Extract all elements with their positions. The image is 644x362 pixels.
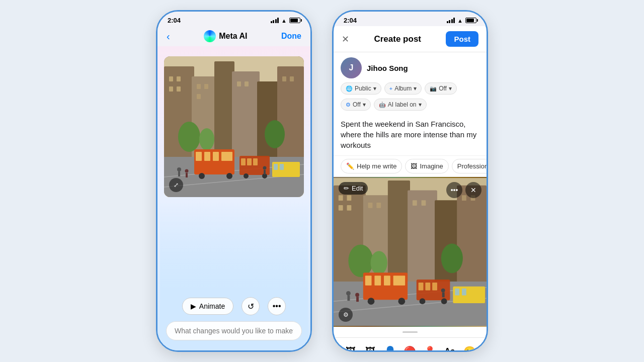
watermark-icon: ⚙ [339,308,353,322]
post-options-row2: ⚙ Off ▾ 🤖 AI label on ▾ [341,99,479,111]
svg-rect-79 [432,283,437,291]
svg-rect-25 [196,152,202,161]
post-text: Spent the weekend in San Francisco, wher… [334,116,487,155]
status-bar-phone2: 2:04 ▲ [334,12,487,26]
svg-point-44 [263,166,267,170]
help-me-write-button[interactable]: ✏️ Help me write [341,159,402,173]
svg-point-85 [346,291,351,296]
professional-button[interactable]: Professional [452,159,487,173]
svg-point-20 [199,128,214,150]
tag-people-icon[interactable]: 👤 [382,343,399,352]
action-buttons-row: ▶ Animate ↺ ••• [182,297,286,315]
refresh-button[interactable]: ↺ [242,297,260,315]
signal-icon-p2 [447,18,455,23]
meta-ai-logo-icon [204,30,216,42]
post-options-row1: 🌐 Public ▾ + Album ▾ 📷 Off ▾ [341,82,479,95]
svg-rect-58 [376,203,381,208]
settings-chevron-icon: ▾ [363,101,366,108]
more-icon: ••• [273,302,281,311]
animate-button[interactable]: ▶ Animate [182,298,233,315]
post-button[interactable]: Post [446,31,478,47]
create-post-title: Create post [374,34,421,44]
svg-rect-72 [384,276,390,286]
album-option[interactable]: + Album ▾ [384,82,422,95]
svg-point-74 [368,298,375,305]
svg-rect-15 [245,81,249,86]
svg-point-30 [226,173,232,179]
camera-off-option[interactable]: 📷 Off ▾ [425,82,457,95]
svg-rect-45 [264,170,266,174]
time-phone2: 2:04 [344,17,357,24]
svg-point-29 [199,173,205,179]
ai-label-option[interactable]: 🤖 AI label on ▾ [374,99,427,111]
sf-street-image [164,56,304,197]
camera-off-label: Off [439,85,447,92]
edit-label: Edit [352,185,363,192]
generated-image-phone1: ⤢ [164,56,304,197]
imagine-button[interactable]: 🖼 Imagine [405,159,448,173]
text-icon[interactable]: Aa [441,343,458,352]
svg-point-75 [398,298,405,305]
video-icon[interactable]: 🔴 [401,343,419,352]
svg-rect-17 [290,76,294,81]
album-chevron-icon: ▾ [414,85,417,92]
svg-point-35 [244,173,249,178]
svg-point-65 [371,251,387,275]
status-right-phone2: ▲ [447,18,476,24]
photo-album-icon[interactable]: 🖼 [342,343,359,352]
svg-rect-16 [282,76,286,81]
close-button[interactable]: ✕ [342,34,349,45]
svg-rect-70 [365,276,372,286]
globe-icon: 🌐 [346,85,353,92]
ai-tools-row: ✏️ Help me write 🖼 Imagine Professional [334,155,487,177]
scroll-handle-area [334,327,487,337]
svg-rect-9 [169,86,173,92]
imagine-label: Imagine [420,162,443,170]
changes-input[interactable] [166,321,302,340]
svg-rect-13 [197,94,201,99]
edit-pencil-icon: ✏ [344,185,349,192]
svg-rect-11 [197,84,201,89]
more-options-button[interactable]: ••• [446,182,462,198]
location-icon[interactable]: 📍 [421,343,438,352]
svg-rect-41 [178,171,180,176]
scroll-handle [403,331,418,333]
svg-point-18 [178,122,200,152]
nav-title: Meta AI [204,30,247,42]
ai-label-chevron-icon: ▾ [419,101,422,108]
user-avatar: J [341,57,362,78]
battery-icon-p2 [465,18,476,23]
svg-rect-14 [237,81,241,86]
emoji-icon[interactable]: 😊 [461,343,478,352]
settings-icon: ⚙ [346,102,351,108]
svg-point-19 [265,120,285,148]
gallery-icon[interactable]: 🖼 [362,343,379,352]
svg-rect-43 [186,173,188,177]
plus-icon: + [389,85,392,92]
svg-point-64 [441,243,463,273]
svg-rect-12 [204,84,208,89]
edit-button[interactable]: ✏ Edit [339,182,368,195]
svg-point-81 [441,298,447,304]
done-button[interactable]: Done [281,32,301,41]
phone-meta-ai: 2:04 ▲ ‹ Meta AI Done [156,10,312,352]
svg-rect-77 [419,283,424,291]
expand-icon[interactable]: ⤢ [169,178,183,192]
remove-image-button[interactable]: ✕ [465,182,481,198]
camera-icon: 📷 [430,85,437,92]
more-button[interactable]: ••• [268,297,286,315]
svg-rect-28 [221,152,232,161]
settings-off-option[interactable]: ⚙ Off ▾ [341,99,371,111]
camera-off-chevron-icon: ▾ [449,85,452,92]
professional-label: Professional [457,162,487,170]
settings-off-label: Off [353,101,361,108]
meta-ai-title-label: Meta AI [219,32,247,41]
create-post-header: ✕ Create post Post [334,26,487,52]
image-actions-right: ••• ✕ [446,182,481,198]
svg-rect-86 [347,295,350,301]
back-button[interactable]: ‹ [167,31,170,42]
public-option[interactable]: 🌐 Public ▾ [341,82,381,95]
svg-point-89 [441,289,445,293]
animate-label: Animate [199,302,225,310]
public-chevron-icon: ▾ [373,85,376,92]
